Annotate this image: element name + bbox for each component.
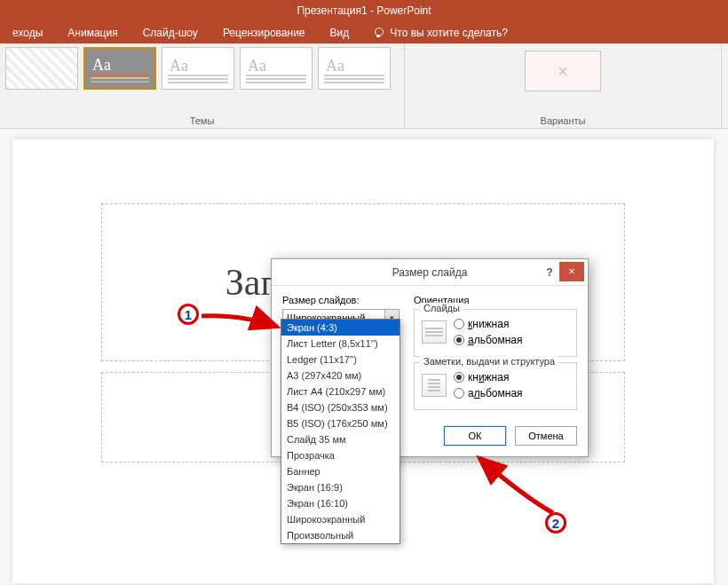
size-option[interactable]: Прозрачка [281, 447, 400, 463]
radio-slides-portrait[interactable]: книжная [454, 318, 523, 330]
size-option[interactable]: Лист Letter (8,5x11'') [281, 336, 400, 352]
slides-orientation-group: Слайды книжная альбомная [414, 309, 577, 357]
size-option[interactable]: Экран (16:10) [281, 495, 400, 511]
theme-thumb[interactable] [5, 47, 78, 90]
size-option[interactable]: Произвольный [281, 527, 400, 543]
variants-group-label: Варианты [405, 115, 721, 126]
size-option[interactable]: Баннер [281, 463, 400, 479]
tab-slideshow[interactable]: Слайд-шоу [131, 22, 210, 43]
cancel-button[interactable]: Отмена [515, 426, 577, 446]
size-dropdown-list[interactable]: Экран (4:3) Лист Letter (8,5x11'') Ledge… [281, 319, 400, 544]
bulb-icon [374, 28, 384, 38]
size-option[interactable]: Широкоэкранный [281, 511, 400, 527]
size-option[interactable]: Слайд 35 мм [281, 431, 400, 447]
annotation-badge-2: 2 [545, 512, 566, 534]
size-option[interactable]: Экран (16:9) [281, 479, 400, 495]
variants-group: × Варианты [405, 43, 722, 128]
tab-review[interactable]: Рецензирование [210, 22, 318, 43]
themes-group: Aa Aa Aa Aa Темы [0, 43, 405, 128]
orientation-portrait-icon [422, 374, 447, 397]
size-option[interactable]: Экран (4:3) [281, 320, 400, 336]
theme-thumb[interactable]: Aa [240, 47, 313, 90]
radio-notes-portrait[interactable]: книжная [454, 371, 523, 383]
window-title: Презентация1 - PowerPoint [297, 4, 431, 17]
theme-thumb-selected[interactable]: Aa [83, 47, 156, 90]
orientation-landscape-icon [422, 320, 447, 344]
size-option[interactable]: A3 (297x420 мм) [281, 368, 400, 383]
ribbon-body: Aa Aa Aa Aa Темы × Варианты [0, 43, 728, 129]
radio-slides-landscape[interactable]: альбомная [454, 334, 523, 346]
size-option[interactable]: B4 (ISO) (250x353 мм) [281, 399, 400, 415]
size-label: Размер слайдов: [282, 295, 401, 305]
tab-animation[interactable]: Анимация [55, 22, 130, 43]
theme-thumb[interactable]: Aa [162, 47, 234, 90]
tab-view[interactable]: Вид [318, 22, 362, 43]
notes-orientation-group: Заметки, выдачи и структура книжная альб… [414, 362, 577, 410]
size-option[interactable]: Ledger (11x17'') [281, 352, 400, 368]
size-option[interactable]: Лист A4 (210x297 мм) [281, 383, 400, 399]
variant-thumb[interactable]: × [525, 51, 601, 91]
ok-button[interactable]: ОК [444, 426, 506, 446]
notes-legend: Заметки, выдачи и структура [420, 356, 558, 367]
tell-me-label: Что вы хотите сделать? [390, 22, 508, 43]
slides-legend: Слайды [420, 303, 463, 313]
radio-notes-landscape[interactable]: альбомная [454, 387, 523, 399]
dialog-titlebar[interactable]: Размер слайда ? × [272, 259, 588, 286]
window-titlebar: Презентация1 - PowerPoint [0, 0, 728, 22]
close-button[interactable]: × [559, 262, 584, 281]
theme-thumb[interactable]: Aa [318, 47, 391, 90]
ribbon-tabs: еходы Анимация Слайд-шоу Рецензирование … [0, 22, 728, 43]
dialog-title: Размер слайда [392, 266, 468, 279]
help-button[interactable]: ? [542, 265, 558, 281]
tell-me[interactable]: Что вы хотите сделать? [361, 22, 520, 43]
size-option[interactable]: B5 (ISO) (176x250 мм) [281, 415, 400, 431]
tab-transitions[interactable]: еходы [0, 22, 55, 43]
x-icon: × [526, 51, 600, 91]
themes-group-label: Темы [0, 115, 404, 126]
annotation-badge-1: 1 [178, 304, 199, 325]
